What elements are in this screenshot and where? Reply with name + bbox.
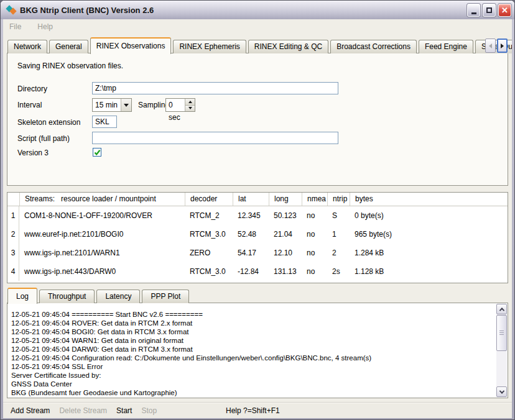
minimize-button[interactable] xyxy=(467,4,480,17)
table-row[interactable]: 1COM1-8-NONE-1-OFF-19200/ROVERRTCM_212.3… xyxy=(7,206,508,225)
interval-combobox[interactable]: 15 min xyxy=(92,98,132,112)
scroll-down-button[interactable] xyxy=(496,386,507,397)
cell-lat: 52.48 xyxy=(233,225,269,244)
cell-long: 131.13 xyxy=(269,262,302,281)
arrow-right-icon xyxy=(501,43,504,48)
tab-log[interactable]: Log xyxy=(7,288,37,304)
chevron-down-icon xyxy=(124,104,129,107)
check-icon xyxy=(94,149,101,156)
close-button[interactable]: ✕ xyxy=(498,4,511,17)
spin-up-button[interactable] xyxy=(185,99,195,106)
interval-value: 15 min xyxy=(93,101,121,109)
menu-item-file[interactable]: File xyxy=(9,22,21,31)
table-row[interactable]: 4www.igs-ip.net:443/DARW0RTCM_3.0-12.841… xyxy=(7,262,508,281)
chevron-up-icon xyxy=(499,308,504,313)
log-panel: 12-05-21 09:45:04 ========== Start BNC v… xyxy=(7,303,508,398)
sampling-spinbox[interactable]: 0 sec xyxy=(165,98,195,112)
directory-label: Directory xyxy=(17,84,47,93)
chevron-down-icon xyxy=(499,388,504,393)
action-start[interactable]: Start xyxy=(116,406,132,415)
directory-input[interactable] xyxy=(92,82,338,94)
close-icon: ✕ xyxy=(501,6,508,14)
cell-mountpoint: www.igs-ip.net:2101/WARN1 xyxy=(19,244,185,262)
cell-num: 3 xyxy=(7,244,19,262)
help-label: Help ?=Shift+F1 xyxy=(226,406,280,415)
cell-bytes: 0 byte(s) xyxy=(350,206,508,225)
action-delete-stream: Delete Stream xyxy=(59,406,107,415)
tab-feed-engine[interactable]: Feed Engine xyxy=(419,40,473,53)
cell-decoder: ZERO xyxy=(185,244,233,262)
tab-rinex-ephemeris[interactable]: RINEX Ephemeris xyxy=(173,40,246,53)
streams-table: Streams: resource loader / mountpointdec… xyxy=(7,192,508,283)
log-text: 12-05-21 09:45:04 ========== Start BNC v… xyxy=(11,310,493,396)
maximize-button[interactable] xyxy=(483,4,496,17)
tab-rinex-editing-qc[interactable]: RINEX Editing & QC xyxy=(248,40,328,53)
thumb-grip xyxy=(499,331,504,336)
cell-mountpoint: www.euref-ip.net:2101/BOGI0 xyxy=(19,225,185,244)
interval-label: Interval xyxy=(17,101,42,109)
tab-rinex-observations[interactable]: RINEX Observations xyxy=(90,37,172,54)
main-tabbar: NetworkGeneralRINEX ObservationsRINEX Ep… xyxy=(7,37,508,53)
cell-bytes: 965 byte(s) xyxy=(350,225,508,244)
cell-num: 2 xyxy=(7,225,19,244)
maximize-icon xyxy=(486,7,492,13)
statusbar: Add StreamDelete StreamStartStopHelp ?=S… xyxy=(3,402,512,418)
column-header-num xyxy=(7,193,19,206)
cell-lat: -12.84 xyxy=(233,262,269,281)
tab-broadcast-corrections[interactable]: Broadcast Corrections xyxy=(330,40,417,53)
version3-label: Version 3 xyxy=(17,148,49,157)
window-title: BKG Ntrip Client (BNC) Version 2.6 xyxy=(20,6,154,15)
table-row[interactable]: 3www.igs-ip.net:2101/WARN1ZERO54.1712.10… xyxy=(7,244,508,262)
column-header-decoder: decoder xyxy=(185,193,233,206)
cell-nmea: no xyxy=(302,244,327,262)
cell-nmea: no xyxy=(302,225,327,244)
script-input[interactable] xyxy=(92,132,338,144)
tab-scroll-left-button xyxy=(485,39,496,53)
spin-up-icon xyxy=(188,101,192,103)
column-header-nmea: nmea xyxy=(302,193,327,206)
spin-down-icon xyxy=(188,107,192,109)
column-header-ntrip: ntrip xyxy=(327,193,350,206)
menubar: FileHelp xyxy=(3,19,512,34)
cell-ntrip: 2s xyxy=(327,262,350,281)
log-scrollbar[interactable] xyxy=(496,304,507,397)
arrow-left-icon xyxy=(489,43,492,48)
tab-latency[interactable]: Latency xyxy=(96,290,140,303)
tab-network[interactable]: Network xyxy=(7,40,47,53)
script-label: Script (full path) xyxy=(17,134,70,143)
spin-down-button[interactable] xyxy=(185,106,195,112)
action-stop: Stop xyxy=(141,406,157,415)
titlebar[interactable]: BKG Ntrip Client (BNC) Version 2.6 ✕ xyxy=(1,1,514,19)
sampling-label: Sampling xyxy=(138,101,169,109)
cell-lat: 54.17 xyxy=(233,244,269,262)
cell-num: 4 xyxy=(7,262,19,281)
cell-lat: 12.345 xyxy=(233,206,269,225)
skeleton-extension-label: Skeleton extension xyxy=(17,118,80,127)
scroll-thumb[interactable] xyxy=(496,315,507,351)
table-row[interactable]: 2www.euref-ip.net:2101/BOGI0RTCM_3.052.4… xyxy=(7,225,508,244)
cell-long: 12.10 xyxy=(269,244,302,262)
cell-nmea: no xyxy=(302,262,327,281)
column-header-lat: lat xyxy=(233,193,269,206)
column-header-bytes: bytes xyxy=(350,193,508,206)
combobox-dropdown-button[interactable] xyxy=(121,99,131,111)
action-add-stream[interactable]: Add Stream xyxy=(11,406,50,415)
tab-throughput[interactable]: Throughput xyxy=(39,290,95,303)
minimize-icon xyxy=(471,12,476,14)
rinex-observations-panel: Saving RINEX observation files. Director… xyxy=(7,53,508,186)
tab-scroll-right-button[interactable] xyxy=(497,39,508,53)
version3-checkbox[interactable] xyxy=(93,148,101,157)
cell-num: 1 xyxy=(7,206,19,225)
cell-decoder: RTCM_3.0 xyxy=(185,225,233,244)
tab-ppp-plot[interactable]: PPP Plot xyxy=(142,290,189,303)
cell-mountpoint: COM1-8-NONE-1-OFF-19200/ROVER xyxy=(19,206,185,225)
skeleton-extension-input[interactable] xyxy=(92,116,117,128)
cell-decoder: RTCM_3.0 xyxy=(185,262,233,281)
tab-general[interactable]: General xyxy=(49,40,88,53)
scroll-up-button[interactable] xyxy=(496,304,507,314)
table-header: Streams: resource loader / mountpointdec… xyxy=(7,193,508,206)
cell-ntrip: 2 xyxy=(327,244,350,262)
column-header-long: long xyxy=(269,193,302,206)
menu-item-help[interactable]: Help xyxy=(37,22,53,31)
bottom-tabbar: LogThroughputLatencyPPP Plot xyxy=(7,287,508,303)
